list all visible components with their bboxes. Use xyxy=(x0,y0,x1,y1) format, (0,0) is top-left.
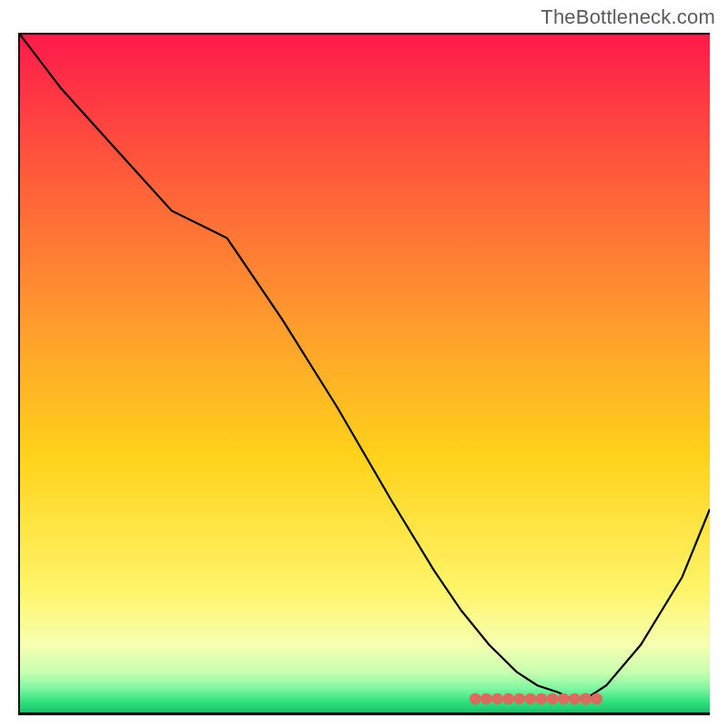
sweet-spot-dot xyxy=(580,693,592,704)
chart-svg xyxy=(20,35,710,713)
sweet-spot-dot xyxy=(491,693,503,705)
sweet-spot-dot xyxy=(513,693,525,705)
sweet-spot-dot xyxy=(591,693,602,705)
sweet-spot-dot xyxy=(558,693,570,705)
plot-area xyxy=(18,33,710,715)
watermark-text: TheBottleneck.com xyxy=(541,5,715,29)
chart-stage: TheBottleneck.com xyxy=(0,0,728,728)
sweet-spot-dot xyxy=(547,693,559,705)
sweet-spot-dot xyxy=(569,693,581,705)
sweet-spot-dot xyxy=(470,693,481,705)
sweet-spot-dot xyxy=(502,693,514,705)
sweet-spot-dot xyxy=(480,693,492,705)
gradient-fill xyxy=(20,35,710,713)
sweet-spot-dot xyxy=(524,693,536,705)
sweet-spot-dot xyxy=(536,693,548,705)
